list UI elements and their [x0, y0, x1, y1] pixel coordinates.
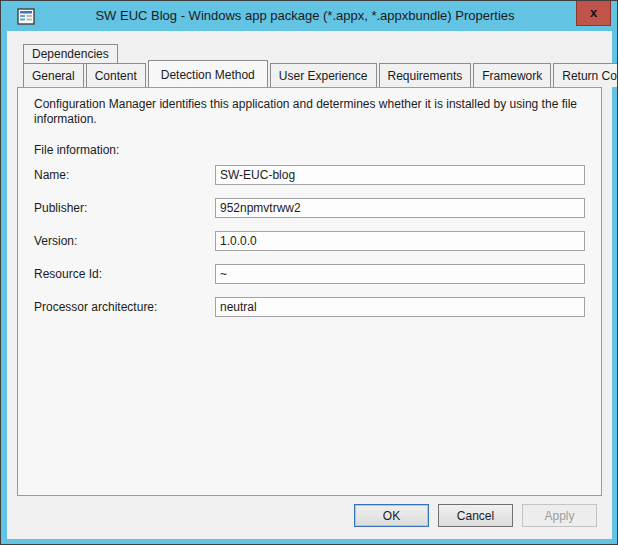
publisher-field[interactable] [215, 198, 585, 218]
close-button[interactable]: x [576, 1, 611, 26]
tab-user-experience[interactable]: User Experience [270, 63, 377, 87]
processor-architecture-label: Processor architecture: [34, 297, 157, 317]
cancel-button[interactable]: Cancel [438, 504, 513, 527]
footer-button-row: OK Cancel Apply [354, 504, 597, 527]
tab-framework[interactable]: Framework [473, 63, 551, 87]
tab-detection-method[interactable]: Detection Method [148, 60, 268, 88]
title-bar: SW EUC Blog - Windows app package (*.app… [1, 1, 617, 31]
apply-button: Apply [522, 504, 597, 527]
name-label: Name: [34, 165, 69, 185]
version-label: Version: [34, 231, 77, 251]
application-icon [17, 8, 36, 25]
detection-method-page: Configuration Manager identifies this ap… [17, 87, 602, 496]
resource-id-label: Resource Id: [34, 264, 102, 284]
tab-general[interactable]: General [23, 63, 84, 87]
name-field[interactable] [215, 165, 585, 185]
window-title: SW EUC Blog - Windows app package (*.app… [41, 1, 569, 31]
dialog-body: Dependencies General Content Detection M… [7, 31, 612, 539]
publisher-label: Publisher: [34, 198, 87, 218]
tab-requirements[interactable]: Requirements [379, 63, 472, 87]
tab-dependencies[interactable]: Dependencies [23, 44, 118, 64]
processor-architecture-field[interactable] [215, 297, 585, 317]
file-information-label: File information: [34, 143, 119, 157]
tab-content[interactable]: Content [86, 63, 146, 87]
properties-dialog: SW EUC Blog - Windows app package (*.app… [0, 0, 618, 545]
tab-strip: General Content Detection Method User Ex… [23, 63, 618, 87]
resource-id-field[interactable] [215, 264, 585, 284]
ok-button[interactable]: OK [354, 504, 429, 527]
page-description: Configuration Manager identifies this ap… [34, 97, 587, 127]
version-field[interactable] [215, 231, 585, 251]
tab-return-codes[interactable]: Return Codes [553, 63, 618, 87]
